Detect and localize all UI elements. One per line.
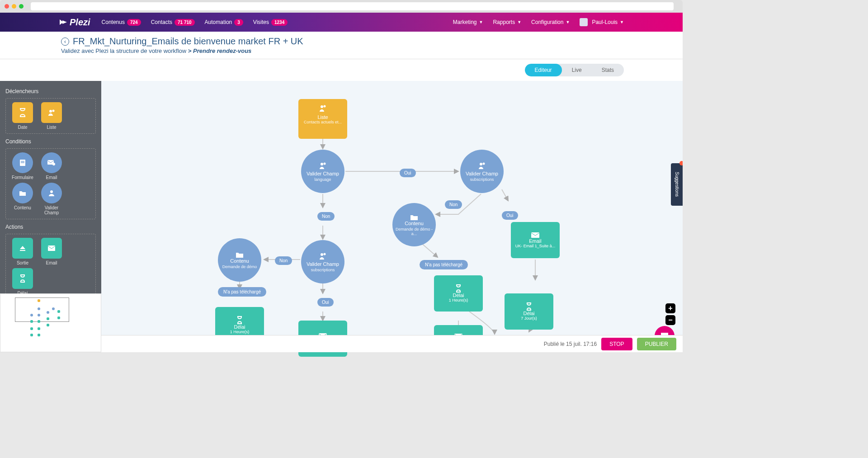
mail-icon [531, 232, 540, 238]
people-icon [318, 251, 328, 261]
window-max[interactable] [19, 4, 24, 9]
conditions-heading: Conditions [5, 138, 96, 145]
zoom-in-button[interactable]: + [665, 303, 675, 313]
zoom-out-button[interactable]: − [665, 315, 675, 325]
tool-sortie[interactable]: Sortie [9, 238, 36, 265]
hourglass-icon [236, 316, 243, 324]
node-contenu-demo-a[interactable]: ContenuDemande de démo - a... [392, 203, 436, 246]
tab-stats[interactable]: Stats [592, 64, 624, 76]
branch-non: Non [317, 212, 335, 221]
node-valider-subs-1[interactable]: Valider Champsubscriptions [460, 150, 504, 193]
tool-contenu[interactable]: Contenu [9, 183, 36, 215]
people-icon [47, 108, 56, 117]
footer-bar: Publié le 15 juil. 17:16 STOP PUBLIER [101, 335, 683, 352]
svg-point-7 [50, 190, 53, 193]
triggers-group: Date Liste [5, 98, 96, 134]
node-delai-7j[interactable]: Délai7 Jour(s) [505, 293, 553, 330]
conditions-group: Formulaire Email Contenu Valider Champ [5, 148, 96, 219]
node-delai-1h-b[interactable]: Délai1 Heure(s) [434, 275, 483, 312]
svg-point-11 [321, 163, 323, 165]
svg-point-9 [321, 105, 323, 108]
browser-chrome [0, 0, 683, 13]
svg-rect-3 [21, 161, 24, 162]
logo[interactable]: Plezi [59, 17, 90, 28]
tool-date[interactable]: Date [9, 102, 36, 130]
email-gear-icon [47, 159, 56, 166]
page-title: FR_Mkt_Nurturing_Emails de bienvenue mar… [73, 36, 303, 47]
nav-marketing[interactable]: Marketing▼ [453, 19, 483, 25]
tab-editeur[interactable]: Editeur [525, 64, 562, 76]
nav-contenus[interactable]: Contenus724 [102, 19, 141, 26]
notification-dot [679, 161, 683, 165]
workspace: Déclencheurs Date Liste Conditions Formu… [0, 81, 683, 352]
nav-configuration[interactable]: Configuration▼ [531, 19, 570, 25]
tool-formulaire[interactable]: Formulaire [9, 152, 36, 180]
branch-non: Non [445, 200, 462, 209]
nav-contacts[interactable]: Contacts71 710 [151, 19, 195, 26]
avatar [580, 18, 588, 26]
url-bar[interactable] [31, 2, 674, 10]
minimap[interactable] [0, 293, 101, 352]
stop-button[interactable]: STOP [601, 338, 632, 350]
svg-rect-8 [48, 246, 55, 251]
back-button[interactable]: ‹ [61, 38, 69, 46]
svg-point-6 [52, 163, 55, 165]
folder-icon [19, 189, 26, 197]
suggestions-tab[interactable]: Suggestions [671, 163, 683, 206]
tab-live[interactable]: Live [562, 64, 592, 76]
svg-point-1 [52, 110, 55, 112]
window-min[interactable] [12, 4, 16, 9]
publish-time: Publié le 15 juil. 17:16 [544, 341, 597, 347]
svg-rect-4 [21, 162, 24, 163]
branch-non: Non [275, 256, 292, 265]
node-valider-subs-2[interactable]: Valider Champsubscriptions [301, 240, 344, 283]
nav-visites[interactable]: Visites1234 [253, 19, 288, 26]
branch-npt: N'a pas téléchargé [218, 287, 266, 297]
tool-valider-champ[interactable]: Valider Champ [38, 183, 65, 215]
node-liste[interactable]: ListeContacts actuels et... [298, 99, 347, 139]
svg-point-16 [324, 253, 326, 255]
publish-button[interactable]: PUBLIER [637, 338, 676, 350]
eject-icon [19, 245, 27, 251]
actions-group: Sortie Email Délai [5, 234, 96, 300]
flow-canvas[interactable]: ListeContacts actuels et... Valider Cham… [101, 81, 683, 335]
people-icon [318, 104, 328, 113]
node-valider-language[interactable]: Valider Champlanguage [301, 150, 344, 193]
svg-point-13 [480, 163, 482, 165]
subtitle-action-link[interactable]: > Prendre rendez-vous [188, 47, 252, 54]
branch-oui: Oui [400, 169, 416, 177]
folder-icon [236, 251, 244, 258]
nav-rapports[interactable]: Rapports▼ [493, 19, 521, 25]
connectors [101, 81, 683, 335]
top-nav: Plezi Contenus724 Contacts71 710 Automat… [0, 13, 683, 32]
people-icon [477, 161, 487, 171]
nav-automation[interactable]: Automation3 [205, 19, 243, 26]
svg-point-0 [49, 110, 52, 113]
tool-email-cond[interactable]: Email [38, 152, 65, 180]
folder-icon [410, 213, 418, 221]
branch-oui: Oui [317, 298, 334, 307]
tool-sidebar: Déclencheurs Date Liste Conditions Formu… [0, 81, 101, 310]
hourglass-icon [19, 274, 26, 283]
svg-point-12 [324, 163, 326, 165]
hourglass-icon [19, 108, 27, 118]
tool-email-act[interactable]: Email [38, 238, 65, 265]
tab-row: Editeur Live Stats [0, 59, 683, 81]
user-icon [47, 189, 56, 197]
page-header: ‹ FR_Mkt_Nurturing_Emails de bienvenue m… [0, 32, 683, 59]
window-close[interactable] [5, 4, 9, 9]
hourglass-icon [455, 284, 462, 293]
tool-liste[interactable]: Liste [38, 102, 65, 130]
svg-point-15 [321, 253, 323, 256]
svg-rect-19 [531, 232, 539, 238]
node-email-uk[interactable]: EmailUK- Email 1_Suite à... [511, 222, 560, 258]
svg-point-10 [324, 105, 326, 108]
triggers-heading: Déclencheurs [5, 88, 96, 94]
page-subtitle: Validez avec Plezi la structure de votre… [61, 47, 683, 54]
actions-heading: Actions [5, 224, 96, 230]
nav-user[interactable]: Paul-Louis▼ [580, 18, 624, 26]
tool-delai[interactable]: Délai [9, 268, 36, 296]
svg-point-14 [483, 163, 485, 165]
node-contenu-demo[interactable]: ContenuDemande de démo [218, 238, 261, 282]
form-icon [19, 159, 26, 167]
